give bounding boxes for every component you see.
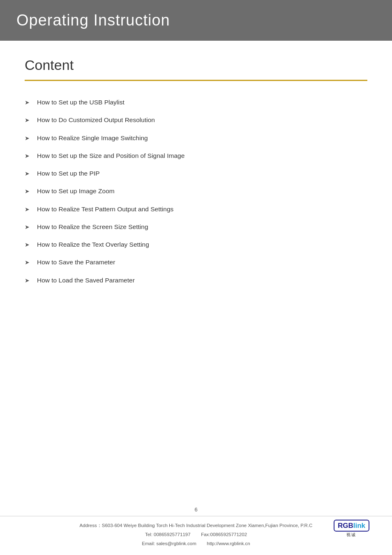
list-item-text: How to Set up Image Zoom [37, 186, 115, 196]
section-divider [25, 80, 367, 81]
logo-chinese-text: 视诚 [334, 532, 369, 538]
list-item-text: How to Realize Single Image Switching [37, 133, 148, 143]
footer: 6 RGBlink 视诚 Address：S603-604 Weiye Buil… [0, 506, 392, 555]
list-item-text: How to Realize the Screen Size Setting [37, 222, 148, 231]
header-banner: Operating Instruction [0, 0, 392, 41]
list-item: ➤How to Save the Parameter [25, 253, 367, 271]
main-content: Content ➤How to Set up the USB Playlist➤… [0, 41, 392, 330]
footer-address-line1: Address：S603-604 Weiye Building Torch Hi… [16, 521, 376, 530]
arrow-icon: ➤ [25, 276, 30, 285]
list-item: ➤How to Do Customized Output Resolution [25, 111, 367, 129]
list-item-text: How to Set up the PIP [37, 169, 100, 178]
list-item: ➤How to Realize Single Image Switching [25, 129, 367, 147]
list-item: ➤How to Realize the Screen Size Setting [25, 218, 367, 236]
list-item-text: How to Realize the Text Overlay Setting [37, 240, 149, 249]
list-item: ➤How to Realize Test Pattern Output and … [25, 200, 367, 218]
footer-logo: RGBlink 视诚 [334, 520, 369, 538]
arrow-icon: ➤ [25, 98, 30, 107]
footer-address-line2: Tel: 00865925771197 Fax:00865925771202 [16, 530, 376, 539]
arrow-icon: ➤ [25, 169, 30, 178]
list-item: ➤How to Set up the PIP [25, 164, 367, 182]
arrow-icon: ➤ [25, 187, 30, 196]
logo-rgb-text: RGB [338, 522, 353, 530]
arrow-icon: ➤ [25, 258, 30, 267]
arrow-icon: ➤ [25, 240, 30, 249]
list-item-text: How to Realize Test Pattern Output and S… [37, 204, 173, 214]
list-item-text: How to Load the Saved Parameter [37, 275, 135, 285]
footer-inner: RGBlink 视诚 Address：S603-604 Weiye Buildi… [0, 516, 392, 555]
list-item: ➤How to Load the Saved Parameter [25, 271, 367, 289]
footer-address-line3: Email: sales@rgblink.com http://www.rgbl… [16, 539, 376, 548]
arrow-icon: ➤ [25, 205, 30, 214]
footer-fax: Fax:00865925771202 [201, 532, 247, 537]
list-item: ➤How to Realize the Text Overlay Setting [25, 236, 367, 253]
footer-tel: Tel: 00865925771197 [145, 532, 191, 537]
list-item: ➤How to Set up the Size and Position of … [25, 147, 367, 164]
footer-http: http://www.rgblink.cn [207, 541, 250, 546]
list-item: ➤How to Set up Image Zoom [25, 182, 367, 200]
rgblink-logo-box: RGBlink [334, 520, 369, 532]
page-title: Operating Instruction [16, 12, 376, 29]
footer-email: Email: sales@rgblink.com [142, 541, 196, 546]
logo-blink-text: link [353, 522, 365, 530]
list-item-text: How to Do Customized Output Resolution [37, 115, 155, 125]
arrow-icon: ➤ [25, 152, 30, 160]
list-item-text: How to Set up the Size and Position of S… [37, 151, 184, 160]
list-item-text: How to Set up the USB Playlist [37, 97, 125, 107]
page-number: 6 [0, 506, 392, 516]
list-item: ➤How to Set up the USB Playlist [25, 93, 367, 111]
arrow-icon: ➤ [25, 116, 30, 125]
content-list: ➤How to Set up the USB Playlist➤How to D… [25, 93, 367, 289]
section-heading: Content [25, 57, 367, 73]
arrow-icon: ➤ [25, 134, 30, 143]
list-item-text: How to Save the Parameter [37, 257, 115, 267]
footer-address: Address：S603-604 Weiye Building Torch Hi… [16, 521, 376, 548]
arrow-icon: ➤ [25, 223, 30, 231]
